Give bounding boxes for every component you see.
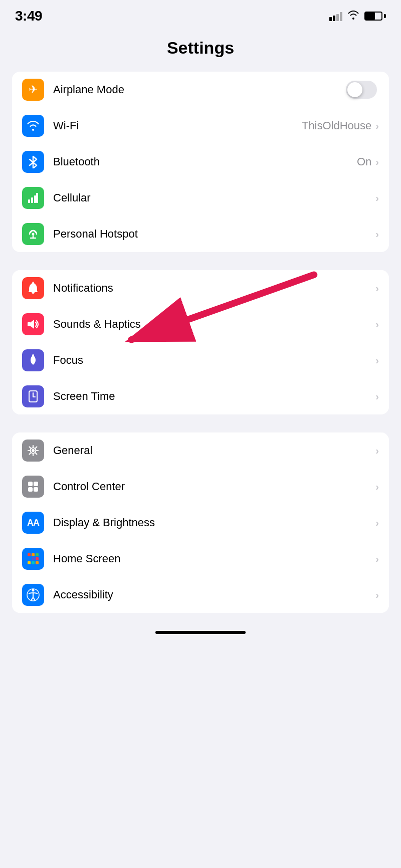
- svg-rect-16: [28, 553, 31, 556]
- svg-rect-21: [36, 557, 39, 560]
- svg-point-7: [32, 354, 34, 356]
- bluetooth-label: Bluetooth: [53, 155, 357, 168]
- sounds-row[interactable]: Sounds & Haptics ›: [12, 306, 389, 342]
- screentime-label: Screen Time: [53, 390, 375, 403]
- hotspot-label: Personal Hotspot: [53, 228, 375, 241]
- cellular-icon: [22, 187, 44, 209]
- accessibility-chevron: ›: [375, 589, 379, 601]
- general-group: General › Control Center › AA Display & …: [12, 432, 389, 613]
- battery-icon: [364, 12, 386, 21]
- focus-chevron: ›: [375, 355, 379, 366]
- cellular-row[interactable]: Cellular ›: [12, 180, 389, 216]
- control-center-chevron: ›: [375, 481, 379, 493]
- airplane-mode-label: Airplane Mode: [53, 83, 346, 96]
- homescreen-row[interactable]: Home Screen ›: [12, 541, 389, 577]
- notifications-group: Notifications › Sounds & Haptics › Focus…: [12, 270, 389, 414]
- screentime-icon: [22, 385, 44, 407]
- bluetooth-icon: [22, 151, 44, 173]
- focus-row[interactable]: Focus ›: [12, 342, 389, 378]
- sounds-icon: [22, 313, 44, 335]
- display-chevron: ›: [375, 517, 379, 529]
- wifi-row[interactable]: Wi-Fi ThisOldHouse ›: [12, 108, 389, 144]
- general-row[interactable]: General ›: [12, 432, 389, 469]
- svg-rect-15: [34, 487, 38, 492]
- notifications-row[interactable]: Notifications ›: [12, 270, 389, 306]
- notifications-label: Notifications: [53, 282, 375, 295]
- focus-icon: [22, 349, 44, 371]
- hotspot-chevron: ›: [375, 229, 379, 240]
- accessibility-icon: [22, 584, 44, 606]
- svg-rect-14: [28, 487, 33, 492]
- bluetooth-chevron: ›: [375, 156, 379, 168]
- control-center-row[interactable]: Control Center ›: [12, 469, 389, 505]
- svg-rect-18: [36, 553, 39, 556]
- hotspot-row[interactable]: Personal Hotspot ›: [12, 216, 389, 252]
- general-label: General: [53, 444, 375, 457]
- status-bar: 3:49: [0, 0, 401, 28]
- cellular-chevron: ›: [375, 192, 379, 204]
- home-indicator: [155, 631, 246, 634]
- svg-rect-0: [28, 199, 30, 203]
- status-icons: [329, 11, 386, 22]
- wifi-label: Wi-Fi: [53, 119, 302, 132]
- svg-rect-12: [28, 482, 33, 486]
- airplane-mode-toggle[interactable]: [346, 81, 377, 99]
- svg-rect-1: [31, 197, 33, 203]
- control-center-label: Control Center: [53, 480, 375, 493]
- screentime-chevron: ›: [375, 391, 379, 402]
- control-center-icon: [22, 476, 44, 498]
- hotspot-icon: [22, 223, 44, 245]
- svg-rect-19: [28, 557, 31, 560]
- general-icon: [22, 440, 44, 462]
- notifications-icon: [22, 277, 44, 299]
- display-label: Display & Brightness: [53, 516, 375, 529]
- bluetooth-value: On: [357, 155, 371, 168]
- svg-rect-2: [34, 195, 36, 203]
- svg-rect-20: [32, 557, 35, 560]
- airplane-mode-icon: ✈: [22, 79, 44, 101]
- svg-point-25: [32, 589, 35, 592]
- homescreen-chevron: ›: [375, 553, 379, 565]
- svg-rect-24: [36, 561, 39, 564]
- wifi-status-icon: [347, 11, 359, 22]
- cellular-label: Cellular: [53, 191, 375, 204]
- wifi-value: ThisOldHouse: [302, 119, 371, 132]
- screentime-row[interactable]: Screen Time ›: [12, 378, 389, 414]
- notifications-chevron: ›: [375, 283, 379, 294]
- svg-rect-6: [28, 322, 31, 326]
- svg-rect-23: [32, 561, 35, 564]
- airplane-mode-row[interactable]: ✈ Airplane Mode: [12, 72, 389, 108]
- wifi-icon: [22, 115, 44, 137]
- sounds-label: Sounds & Haptics: [53, 318, 375, 331]
- svg-rect-5: [33, 282, 34, 284]
- accessibility-label: Accessibility: [53, 588, 375, 601]
- svg-rect-22: [28, 561, 31, 564]
- general-chevron: ›: [375, 445, 379, 457]
- display-icon: AA: [22, 512, 44, 534]
- homescreen-label: Home Screen: [53, 552, 375, 565]
- sounds-chevron: ›: [375, 319, 379, 330]
- svg-rect-13: [34, 482, 38, 486]
- signal-icon: [329, 11, 342, 21]
- svg-rect-17: [32, 553, 35, 556]
- bluetooth-row[interactable]: Bluetooth On ›: [12, 144, 389, 180]
- connectivity-group: ✈ Airplane Mode Wi-Fi ThisOldHouse › Blu…: [12, 72, 389, 252]
- svg-rect-3: [36, 193, 38, 203]
- svg-point-10: [32, 449, 35, 452]
- focus-label: Focus: [53, 354, 375, 367]
- page-title: Settings: [0, 28, 401, 72]
- wifi-chevron: ›: [375, 120, 379, 132]
- accessibility-row[interactable]: Accessibility ›: [12, 577, 389, 613]
- status-time: 3:49: [15, 8, 42, 24]
- display-row[interactable]: AA Display & Brightness ›: [12, 505, 389, 541]
- homescreen-icon: [22, 548, 44, 570]
